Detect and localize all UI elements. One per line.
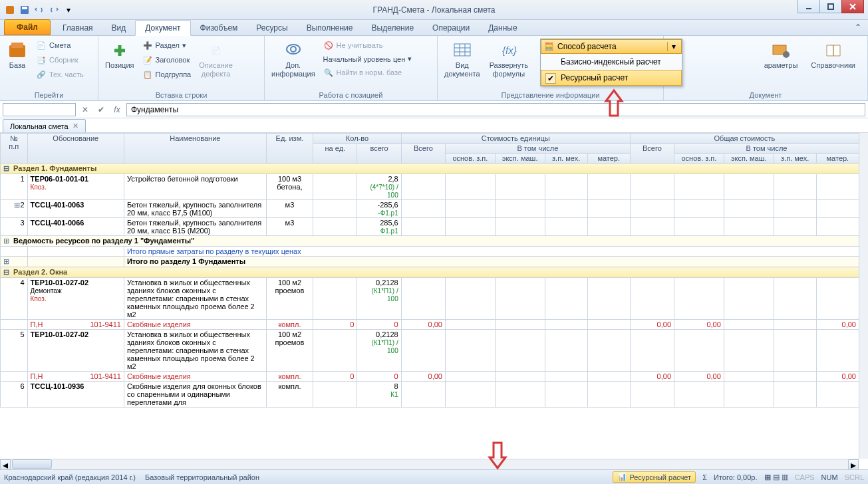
horizontal-scrollbar[interactable]: ◂ ▸ (0, 459, 859, 469)
vertical-scrollbar[interactable] (859, 133, 868, 459)
tab-main[interactable]: Главная (53, 21, 102, 35)
calc-resource[interactable]: ✔ Ресурсный расчет (541, 70, 682, 86)
col-unit[interactable]: Ед. изм. (266, 134, 313, 164)
btn-pricelevel[interactable]: Начальный уровень цен ▾ (321, 53, 415, 64)
app-title: ГРАНД-Смета - Локальная смета (372, 5, 495, 15)
check-icon: ✔ (545, 73, 556, 84)
statusbar: Краснодарский край (редакция 2014 г.) Ба… (0, 469, 868, 484)
status-scrl: SCRL (845, 473, 864, 481)
subgroup-icon: 📋 (142, 69, 153, 80)
svg-rect-0 (6, 6, 14, 14)
database-icon (7, 40, 28, 61)
expand-icon[interactable]: ⊞ (12, 201, 20, 209)
qat-dropdown-icon[interactable]: ▾ (63, 4, 74, 16)
formula-input[interactable]: Фундаменты (126, 103, 865, 116)
btn-subgroup[interactable]: 📋Подгруппа (140, 68, 194, 81)
expand-icon[interactable]: ⊞ (3, 257, 11, 266)
col-qty[interactable]: Кол-во (313, 134, 402, 144)
scroll-thumb[interactable] (12, 459, 52, 469)
col-totalcost[interactable]: Общая стоимость (630, 134, 859, 144)
subtotal-row: Итого прямые затраты по разделу в текущи… (1, 247, 859, 257)
status-total: Итого: 0,00р. (714, 473, 758, 481)
fb-accept-icon[interactable]: ✔ (94, 103, 108, 116)
window-maximize[interactable] (819, 0, 842, 13)
collapse-icon[interactable]: ⊟ (3, 164, 11, 173)
resource-ledger-row: ⊞ Ведомость ресурсов по разделу 1 "Фунда… (1, 236, 859, 247)
close-tab-icon[interactable]: ✕ (72, 122, 78, 130)
collapse-icon[interactable]: ⊟ (3, 268, 11, 277)
tab-view[interactable]: Вид (102, 21, 136, 35)
ignore-icon: 🚫 (323, 40, 334, 51)
col-npp[interactable]: № п.п (1, 134, 28, 164)
grid[interactable]: № п.п Обоснование Наименование Ед. изм. … (0, 133, 868, 459)
calc-method-dropdown: 🧮 Способ расчета ▾ Базисно-индексный рас… (540, 39, 682, 86)
tab-operations[interactable]: Операции (423, 21, 479, 35)
calc-basic-index[interactable]: Базисно-индексный расчет (541, 54, 682, 70)
name-box[interactable] (3, 103, 76, 116)
scroll-left-icon[interactable]: ◂ (0, 459, 11, 470)
btn-header[interactable]: 📝Заголовок (140, 53, 194, 66)
svg-point-10 (291, 47, 296, 52)
table-row: 5 ТЕР10-01-027-02 Установка в жилых и об… (1, 330, 859, 372)
btn-docview[interactable]: Вид документа (440, 39, 484, 80)
magnify-icon (283, 40, 304, 61)
btn-references[interactable]: Справочники (807, 39, 859, 71)
col-unitcost[interactable]: Стоимость единицы (401, 134, 630, 144)
section-total-row: ⊞Итого по разделу 1 Фундаменты (1, 257, 859, 267)
status-sum-icon[interactable]: Σ (702, 473, 707, 481)
qat-save-icon[interactable] (19, 4, 31, 16)
btn-position[interactable]: Позиция (101, 39, 138, 71)
tab-file[interactable]: Файл (4, 19, 51, 35)
fx-icon[interactable]: fx (110, 103, 124, 116)
btn-findnorm: 🔍Найти в норм. базе (321, 66, 415, 79)
chevron-down-icon: ▾ (667, 42, 676, 51)
tab-document[interactable]: Документ (135, 20, 190, 36)
group-label-goto: Перейти (3, 90, 95, 100)
btn-database[interactable]: База (3, 39, 32, 71)
qat-redo-icon[interactable] (48, 4, 60, 16)
tab-physvolume[interactable]: Физобъем (191, 21, 247, 35)
minimize-ribbon-icon[interactable]: ⌃ (855, 23, 861, 32)
ribbon-tabstrip: Файл Главная Вид Документ Физобъем Ресур… (0, 20, 868, 36)
callout-arrow-down (486, 440, 509, 473)
svg-rect-8 (11, 43, 23, 48)
table-row: 3 ТССЦ-401-0066 Бетон тяжелый, крупность… (1, 218, 859, 236)
table-row: 4 ТЕР10-01-027-02ДемонтажКпоз. Установка… (1, 278, 859, 320)
svg-rect-2 (22, 7, 27, 9)
tab-resources[interactable]: Ресурсы (247, 21, 297, 35)
btn-techpart: 🔗Тех. часть (33, 68, 86, 81)
status-region: Краснодарский край (редакция 2014 г.) (4, 473, 136, 481)
table-row: П,Н101-9411 Скобяные изделия компл. 0 0 … (1, 320, 859, 330)
tab-selection[interactable]: Выделение (362, 21, 424, 35)
qat-app-icon[interactable] (4, 4, 16, 16)
table-row: П,Н101-9411 Скобяные изделия компл. 0 0 … (1, 372, 859, 382)
qat-undo-icon[interactable] (33, 4, 45, 16)
calc-method-button[interactable]: 🧮 Способ расчета ▾ (541, 39, 682, 54)
btn-ignore: 🚫Не учитывать (321, 39, 415, 52)
btn-estimate[interactable]: 📄Смета (33, 39, 86, 52)
ribbon: База 📄Смета 📑Сборник 🔗Тех. часть Перейти… (0, 36, 868, 101)
fb-cancel-icon[interactable]: ✕ (78, 103, 92, 116)
scroll-right-icon[interactable]: ▸ (848, 459, 859, 470)
window-minimize[interactable] (797, 0, 820, 13)
expand-icon[interactable]: ⊞ (3, 237, 11, 245)
btn-addinfo[interactable]: Доп. информация (267, 39, 319, 80)
search-icon: 🔍 (323, 67, 334, 78)
status-mode[interactable]: 📊 Ресурсный расчет (613, 471, 696, 483)
tab-data[interactable]: Данные (479, 21, 526, 35)
col-basis[interactable]: Обоснование (27, 134, 124, 164)
plus-small-icon: ➕ (142, 40, 153, 51)
status-caps: CAPS (795, 473, 815, 481)
sheet-tab[interactable]: Локальная смета ✕ (3, 119, 86, 132)
btn-parameters[interactable]: араметры (760, 39, 802, 71)
table-row: 6 ТССЦ-101-0936 Скобяные изделия для око… (1, 382, 859, 408)
btn-formulas[interactable]: {fx} Развернуть формулы (486, 39, 532, 80)
window-close[interactable] (841, 0, 864, 13)
tab-completion[interactable]: Выполнение (297, 21, 362, 35)
status-view-icons[interactable]: ▦ ▤ ▥ (764, 473, 788, 481)
table-row: ⊞2 ТССЦ-401-0063 Бетон тяжелый, крупност… (1, 200, 859, 218)
col-name[interactable]: Наименование (124, 134, 266, 164)
collection-icon: 📑 (36, 55, 47, 65)
svg-rect-11 (454, 44, 470, 56)
btn-section[interactable]: ➕Раздел ▾ (140, 39, 194, 52)
